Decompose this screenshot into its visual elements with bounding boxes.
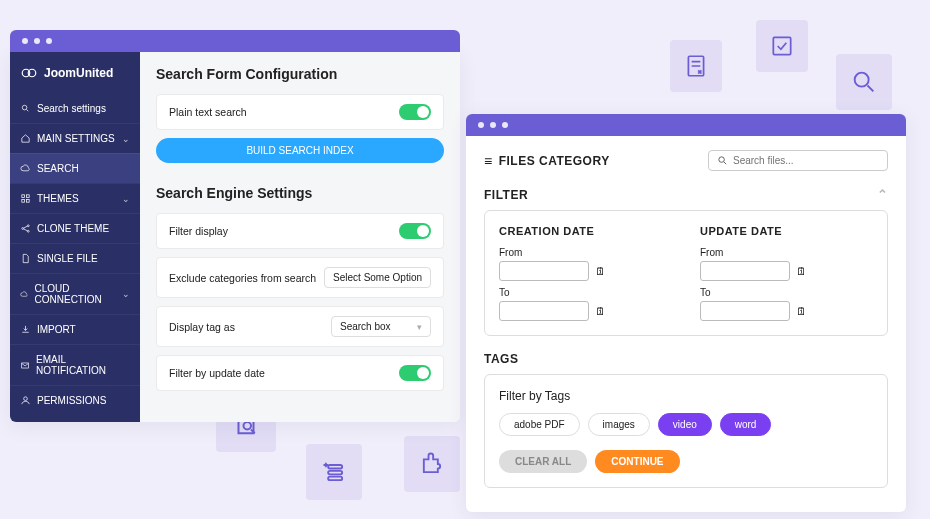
date-filter-box: CREATION DATE From 🗓 To 🗓 UPDATE DATE Fr… [484, 210, 888, 336]
filter-update-row: Filter by update date [156, 355, 444, 391]
calendar-icon[interactable]: 🗓 [595, 305, 606, 317]
update-from-input[interactable] [700, 261, 790, 281]
svg-point-19 [719, 157, 725, 163]
svg-point-9 [22, 105, 27, 110]
settings-main: Search Form Configuration Plain text sea… [140, 52, 460, 422]
plain-text-toggle[interactable] [399, 104, 431, 120]
creation-from-input[interactable] [499, 261, 589, 281]
svg-rect-12 [22, 199, 25, 202]
tag-images[interactable]: images [588, 413, 650, 436]
creation-to-input[interactable] [499, 301, 589, 321]
deco-stack-icon [306, 444, 362, 500]
settings-window: JoomUnited Search settings MAIN SETTINGS… [10, 52, 460, 422]
exclude-select[interactable]: Select Some Option [324, 267, 431, 288]
sidebar-item-themes[interactable]: THEMES⌄ [10, 183, 140, 213]
display-tag-select[interactable]: Search box▾ [331, 316, 431, 337]
calendar-icon[interactable]: 🗓 [595, 265, 606, 277]
filter-display-toggle[interactable] [399, 223, 431, 239]
svg-point-14 [22, 228, 24, 230]
sidebar-item-cloud-connection[interactable]: CLOUD CONNECTION⌄ [10, 273, 140, 314]
sidebar-item-permissions[interactable]: PERMISSIONS [10, 385, 140, 415]
clear-all-button[interactable]: CLEAR ALL [499, 450, 587, 473]
tags-box: Filter by Tags adobe PDFimagesvideoword … [484, 374, 888, 488]
hamburger-icon[interactable]: ≡ [484, 153, 493, 169]
svg-rect-13 [26, 199, 29, 202]
search-files-input[interactable] [708, 150, 888, 171]
filter-update-toggle[interactable] [399, 365, 431, 381]
sidebar-item-search[interactable]: SEARCH [10, 153, 140, 183]
tag-adobe-PDF[interactable]: adobe PDF [499, 413, 580, 436]
svg-rect-1 [773, 37, 790, 54]
update-to-input[interactable] [700, 301, 790, 321]
brand-label: JoomUnited [44, 66, 113, 80]
calendar-icon[interactable]: 🗓 [796, 265, 807, 277]
display-tag-row: Display tag as Search box▾ [156, 306, 444, 347]
svg-rect-5 [328, 471, 342, 475]
search-field[interactable] [733, 155, 879, 166]
deco-doc-icon [670, 40, 722, 92]
svg-rect-10 [22, 195, 25, 198]
deco-search-icon [836, 54, 892, 110]
svg-point-18 [24, 397, 28, 401]
files-window: ≡ FILES CATEGORY FILTER⌃ CREATION DATE F… [466, 114, 906, 512]
up-arrow-icon[interactable]: ⌃ [877, 187, 889, 202]
window2-titlebar [466, 114, 906, 136]
filter-by-tags-label: Filter by Tags [499, 389, 873, 403]
svg-rect-6 [328, 477, 342, 481]
build-index-button[interactable]: BUILD SEARCH INDEX [156, 138, 444, 163]
svg-rect-4 [328, 465, 342, 469]
sidebar-item-email-notification[interactable]: EMAIL NOTIFICATION [10, 344, 140, 385]
creation-date-col: CREATION DATE From 🗓 To 🗓 [499, 225, 672, 321]
engine-title: Search Engine Settings [156, 185, 444, 201]
deco-puzzle-icon [404, 436, 460, 492]
sidebar-item-import[interactable]: IMPORT [10, 314, 140, 344]
sidebar: JoomUnited Search settings MAIN SETTINGS… [10, 52, 140, 422]
plain-text-row: Plain text search [156, 94, 444, 130]
filter-header: FILTER [484, 188, 528, 202]
svg-point-2 [855, 73, 869, 87]
calendar-icon[interactable]: 🗓 [796, 305, 807, 317]
sidebar-item-single-file[interactable]: SINGLE FILE [10, 243, 140, 273]
svg-point-3 [244, 422, 252, 430]
tags-header: TAGS [484, 352, 518, 366]
sidebar-item-clone-theme[interactable]: CLONE THEME [10, 213, 140, 243]
form-config-title: Search Form Configuration [156, 66, 444, 82]
brand: JoomUnited [10, 52, 140, 94]
window1-titlebar [10, 30, 460, 52]
sidebar-search[interactable]: Search settings [10, 94, 140, 123]
svg-point-15 [27, 225, 29, 227]
svg-rect-11 [26, 195, 29, 198]
tag-video[interactable]: video [658, 413, 712, 436]
filter-display-row: Filter display [156, 213, 444, 249]
sidebar-item-main-settings[interactable]: MAIN SETTINGS⌄ [10, 123, 140, 153]
tag-word[interactable]: word [720, 413, 772, 436]
exclude-row: Exclude categories from search Select So… [156, 257, 444, 298]
deco-check-icon [756, 20, 808, 72]
files-title: ≡ FILES CATEGORY [484, 153, 610, 169]
update-date-col: UPDATE DATE From 🗓 To 🗓 [700, 225, 873, 321]
svg-point-16 [27, 230, 29, 232]
continue-button[interactable]: CONTINUE [595, 450, 679, 473]
